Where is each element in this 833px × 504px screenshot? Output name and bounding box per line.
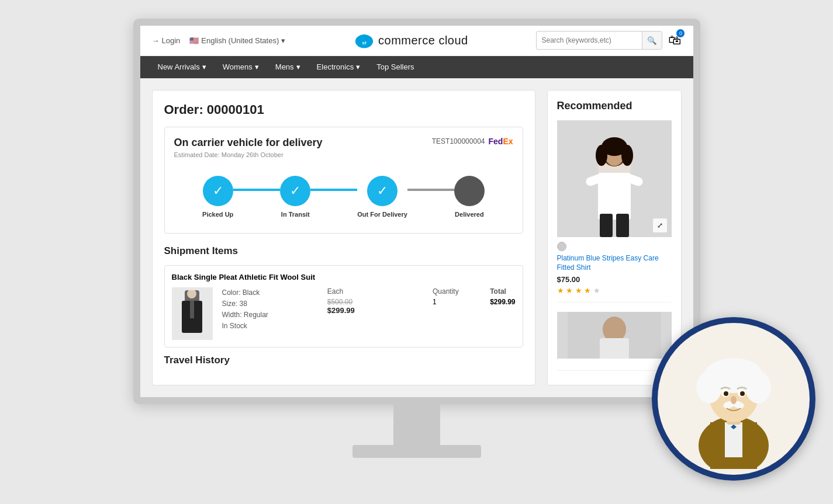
quantity-label: Quantity: [433, 287, 481, 296]
nav-label: Womens: [223, 62, 253, 71]
expand-icon[interactable]: ⤢: [653, 218, 667, 232]
item-stock: In Stock: [222, 321, 318, 332]
item-image: [172, 287, 213, 340]
tracking-ref-number: TEST100000004: [432, 137, 485, 145]
step-connector-3: [407, 189, 454, 191]
step-picked-up: ✓ Picked Up: [202, 176, 233, 218]
login-link[interactable]: → Login: [152, 36, 181, 45]
tracking-header: On carrier vehicle for delivery TEST1000…: [174, 137, 513, 149]
einstein-inner: [658, 323, 810, 475]
rec-item-1-price: $75.00: [557, 275, 672, 284]
step-delivered: Delivered: [454, 176, 485, 218]
star-3: ★: [575, 286, 582, 295]
svg-rect-23: [600, 338, 629, 359]
einstein-bot[interactable]: [652, 317, 815, 481]
monitor-screen: → Login 🇺🇸 English (United States) ▾: [133, 19, 700, 404]
recommended-title: Recommended: [557, 100, 672, 112]
rec-item-1-name[interactable]: Platinum Blue Stripes Easy Care Fitted S…: [557, 253, 672, 273]
step-label-delivered: Delivered: [455, 211, 484, 218]
chevron-down-icon: ▾: [255, 62, 259, 71]
shipment-title: Shipment Items: [164, 245, 523, 257]
tracking-card: On carrier vehicle for delivery TEST1000…: [164, 127, 523, 234]
item-price-new: $299.99: [327, 306, 423, 315]
progress-tracker: ✓ Picked Up ✓ In Transit ✓ Out: [174, 170, 513, 224]
star-2: ★: [566, 286, 573, 295]
nav-item-new-arrivals[interactable]: New Arrivals ▾: [152, 56, 212, 78]
topbar-right: 🔍 🛍 0: [536, 31, 681, 50]
quantity-value: 1: [433, 298, 481, 306]
monitor-wrap: → Login 🇺🇸 English (United States) ▾: [95, 19, 738, 486]
nav-label: New Arrivals: [158, 62, 200, 71]
nav-label: Mens: [275, 62, 294, 71]
step-connector-1: [233, 189, 280, 191]
step-circle-picked-up: ✓: [203, 176, 233, 206]
nav-item-mens[interactable]: Mens ▾: [269, 56, 306, 78]
order-section: Order: 00000101 On carrier vehicle for d…: [152, 90, 535, 385]
rec-item-1-image: ⤢: [557, 120, 672, 237]
cart-icon[interactable]: 🛍 0: [668, 33, 681, 48]
nav-label: Top Sellers: [376, 62, 414, 71]
nav-item-top-sellers[interactable]: Top Sellers: [371, 56, 420, 78]
nav-item-electronics[interactable]: Electronics ▾: [311, 56, 367, 78]
step-circle-in-transit: ✓: [280, 176, 310, 206]
star-1: ★: [557, 286, 564, 295]
item-size: Size: 38: [222, 298, 318, 310]
navbar: New Arrivals ▾ Womens ▾ Mens ▾ Electroni…: [140, 56, 693, 78]
color-swatch-1[interactable]: [557, 242, 566, 251]
item-details: Color: Black Size: 38 Width: Regular In …: [172, 287, 516, 340]
nav-item-womens[interactable]: Womens ▾: [217, 56, 265, 78]
topbar: → Login 🇺🇸 English (United States) ▾: [140, 26, 693, 56]
star-4: ★: [584, 286, 591, 295]
item-name: Black Single Pleat Athletic Fit Wool Sui…: [172, 273, 516, 281]
star-5-empty: ★: [593, 286, 600, 295]
svg-point-38: [724, 391, 728, 396]
search-icon: 🔍: [647, 36, 657, 45]
recommended-item-2: [557, 312, 672, 371]
rec-item-2-image: [557, 312, 672, 359]
step-in-transit: ✓ In Transit: [280, 176, 310, 218]
step-connector-2: [310, 189, 357, 191]
step-label-out-for-delivery: Out For Delivery: [357, 211, 407, 218]
total-label: Total: [490, 287, 515, 296]
flag-icon: 🇺🇸: [189, 36, 199, 45]
suit-svg: [176, 290, 208, 337]
svg-point-33: [745, 371, 771, 404]
travel-history-title: Travel History: [164, 354, 523, 366]
item-total: Total $299.99: [490, 287, 515, 306]
rec-image-svg-1: [568, 120, 661, 237]
screen-inner: → Login 🇺🇸 English (United States) ▾: [140, 26, 693, 397]
step-out-for-delivery: ✓ Out For Delivery: [357, 176, 407, 218]
search-box[interactable]: 🔍: [536, 31, 662, 50]
svg-rect-7: [190, 301, 194, 318]
chevron-down-icon: ▾: [202, 62, 206, 71]
logo-area: sf commerce cloud: [354, 30, 468, 51]
recommended-item-1: ⤢ Platinum Blue Stripes Easy Care Fitted…: [557, 120, 672, 303]
language-label: English (United States): [201, 36, 279, 45]
einstein-svg: [663, 329, 804, 469]
rec-item-1-stars: ★ ★ ★ ★ ★: [557, 286, 672, 295]
logo-text: commerce cloud: [378, 34, 468, 47]
svg-rect-15: [616, 214, 629, 237]
topbar-left: → Login 🇺🇸 English (United States) ▾: [152, 36, 286, 45]
item-color: Color: Black: [222, 287, 318, 298]
tracking-ref: TEST100000004 FedEx: [432, 137, 513, 146]
step-circle-delivered: [454, 176, 485, 206]
search-button[interactable]: 🔍: [642, 31, 662, 50]
language-selector[interactable]: 🇺🇸 English (United States) ▾: [189, 36, 285, 45]
item-width: Width: Regular: [222, 310, 318, 321]
salesforce-logo-icon: sf: [354, 30, 375, 51]
order-title: Order: 00000101: [164, 102, 523, 117]
cart-badge: 0: [676, 29, 685, 37]
svg-point-39: [740, 391, 745, 396]
chevron-down-icon: ▾: [356, 62, 360, 71]
shipment-item: Black Single Pleat Athletic Fit Wool Sui…: [164, 265, 523, 347]
svg-text:sf: sf: [362, 40, 367, 46]
svg-rect-14: [600, 214, 613, 237]
step-label-picked-up: Picked Up: [202, 211, 233, 218]
item-price-section: Each $500.00 $299.99: [327, 287, 423, 315]
tracking-status: On carrier vehicle for delivery: [174, 137, 323, 149]
item-quantity: Quantity 1: [433, 287, 481, 306]
login-icon: →: [152, 36, 160, 45]
chevron-down-icon: ▾: [281, 36, 285, 45]
search-input[interactable]: [537, 36, 642, 44]
